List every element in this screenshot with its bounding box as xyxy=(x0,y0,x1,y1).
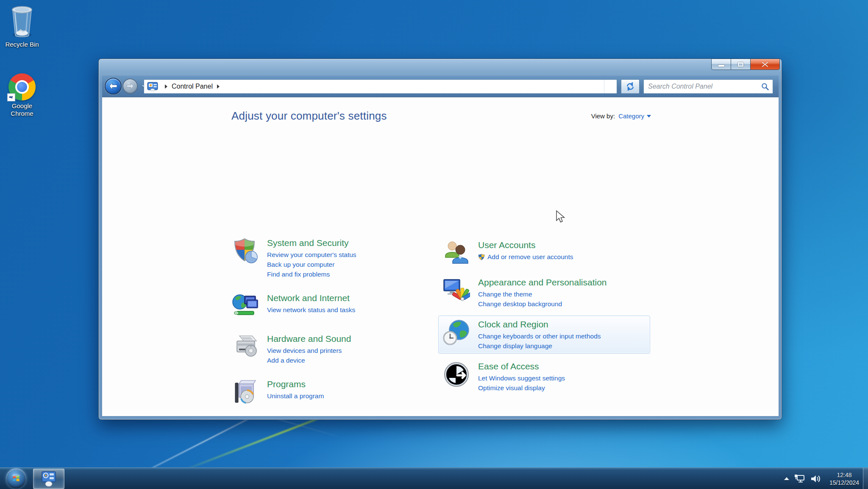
categories-left-column: System and SecurityReview your computer'… xyxy=(227,234,422,409)
view-by-value[interactable]: Category xyxy=(618,112,644,120)
search-input[interactable] xyxy=(644,80,761,93)
task-link-view-devices-and-printers[interactable]: View devices and printers xyxy=(267,346,351,355)
task-link-find-and-fix-problems[interactable]: Find and fix problems xyxy=(267,269,356,279)
hardware-sound-icon[interactable] xyxy=(232,333,259,360)
category-title-user-accounts[interactable]: User Accounts xyxy=(478,240,573,251)
close-button[interactable] xyxy=(750,59,780,70)
minimize-button[interactable] xyxy=(711,59,731,70)
system-tray: 12:48 15/12/2024 xyxy=(784,468,862,489)
category-title-system-and-security[interactable]: System and Security xyxy=(267,238,356,249)
task-link-review-your-computer-s-status[interactable]: Review your computer's status xyxy=(267,250,356,260)
uac-shield-icon xyxy=(478,254,485,260)
view-by-caret-icon[interactable] xyxy=(647,115,651,117)
shortcut-arrow-icon xyxy=(7,93,15,101)
category-network-and-internet: Network and InternetView network status … xyxy=(227,289,422,323)
task-link-optimize-visual-display[interactable]: Optimize visual display xyxy=(478,383,565,393)
desktop-icon-label: Google Chrome xyxy=(0,102,44,117)
breadcrumb-item[interactable]: Control Panel xyxy=(172,83,213,90)
refresh-icon xyxy=(626,82,635,91)
taskbar-control-panel-button[interactable] xyxy=(33,469,64,489)
control-panel-window: Control Panel xyxy=(98,59,782,420)
category-title-hardware-and-sound[interactable]: Hardware and Sound xyxy=(267,333,351,344)
close-icon xyxy=(762,61,768,67)
back-button[interactable] xyxy=(105,78,122,95)
category-appearance-and-personalisation: Appearance and PersonalisationChange the… xyxy=(438,274,650,312)
forward-button[interactable] xyxy=(122,78,138,94)
task-link-view-network-status-and-tasks[interactable]: View network status and tasks xyxy=(267,305,355,315)
task-link-let-windows-suggest-settings[interactable]: Let Windows suggest settings xyxy=(478,373,565,383)
maximize-icon xyxy=(738,62,743,67)
show-desktop-button[interactable] xyxy=(863,468,868,489)
content-header: Adjust your computer's settings View by:… xyxy=(231,109,651,123)
maximize-button[interactable] xyxy=(731,59,750,70)
taskbar-clock[interactable]: 12:48 15/12/2024 xyxy=(826,471,862,486)
category-title-programs[interactable]: Programs xyxy=(267,379,324,390)
category-title-appearance-and-personalisation[interactable]: Appearance and Personalisation xyxy=(478,277,607,288)
refresh-button[interactable] xyxy=(621,79,640,94)
back-arrow-icon xyxy=(108,82,118,90)
ease-of-access-icon[interactable] xyxy=(443,361,470,388)
appearance-icon[interactable] xyxy=(443,277,470,304)
forward-arrow-icon xyxy=(126,83,134,89)
category-title-ease-of-access[interactable]: Ease of Access xyxy=(478,361,565,372)
page-title: Adjust your computer's settings xyxy=(231,109,387,123)
show-hidden-icons-button[interactable] xyxy=(784,477,789,480)
category-system-and-security: System and SecurityReview your computer'… xyxy=(227,234,422,282)
control-panel-icon xyxy=(147,82,158,91)
desktop: Recycle Bin Google Chrome xyxy=(0,0,868,489)
view-by-control: View by: Category xyxy=(591,112,651,120)
category-programs: ProgramsUninstall a program xyxy=(227,375,422,409)
search-box xyxy=(643,79,773,94)
breadcrumb-arrow-icon[interactable] xyxy=(165,84,167,89)
windows-logo-icon xyxy=(10,472,22,485)
navigation-bar: Control Panel xyxy=(102,75,779,97)
clock-time: 12:48 xyxy=(826,471,862,479)
task-link-change-the-theme[interactable]: Change the theme xyxy=(478,289,607,299)
programs-icon[interactable] xyxy=(232,379,259,406)
task-link-change-desktop-background[interactable]: Change desktop background xyxy=(478,299,607,309)
address-bar[interactable]: Control Panel xyxy=(144,79,617,94)
category-hardware-and-sound: Hardware and SoundView devices and print… xyxy=(227,330,422,368)
network-internet-icon[interactable] xyxy=(232,293,259,320)
system-security-icon[interactable] xyxy=(232,238,259,265)
chrome-icon xyxy=(0,66,44,101)
recycle-bin-icon xyxy=(0,4,44,39)
desktop-icon-google-chrome[interactable]: Google Chrome xyxy=(0,66,44,117)
minimize-icon xyxy=(718,65,724,67)
category-clock-and-region: Clock and RegionChange keyboards or othe… xyxy=(438,316,650,354)
category-title-clock-and-region[interactable]: Clock and Region xyxy=(478,319,601,330)
desktop-icon-label: Recycle Bin xyxy=(0,41,44,48)
network-icon[interactable] xyxy=(794,474,805,484)
task-link-add-or-remove-user-accounts[interactable]: Add or remove user accounts xyxy=(478,252,573,262)
desktop-icon-recycle-bin[interactable]: Recycle Bin xyxy=(0,4,44,48)
search-icon[interactable] xyxy=(761,83,769,90)
control-panel-taskbar-icon xyxy=(40,470,58,487)
category-title-network-and-internet[interactable]: Network and Internet xyxy=(267,293,355,304)
view-by-label: View by: xyxy=(591,112,615,120)
taskbar: 12:48 15/12/2024 xyxy=(0,467,868,489)
address-dropdown-button[interactable] xyxy=(604,80,617,93)
mouse-cursor xyxy=(556,210,567,223)
start-button[interactable] xyxy=(6,468,26,489)
control-panel-content: Adjust your computer's settings View by:… xyxy=(102,97,779,416)
category-ease-of-access: Ease of AccessLet Windows suggest settin… xyxy=(438,358,650,396)
categories-right-column: User Accounts Add or remove user account… xyxy=(438,236,650,396)
task-link-change-display-language[interactable]: Change display language xyxy=(478,341,601,351)
user-accounts-icon[interactable] xyxy=(443,240,470,267)
category-user-accounts: User Accounts Add or remove user account… xyxy=(438,236,650,270)
task-link-add-a-device[interactable]: Add a device xyxy=(267,355,351,365)
volume-icon[interactable] xyxy=(810,474,821,484)
clock-date: 15/12/2024 xyxy=(826,479,862,486)
task-link-uninstall-a-program[interactable]: Uninstall a program xyxy=(267,391,324,401)
breadcrumb-arrow-icon[interactable] xyxy=(217,84,220,89)
task-link-back-up-your-computer[interactable]: Back up your computer xyxy=(267,260,356,269)
task-link-change-keyboards-or-other-input-methods[interactable]: Change keyboards or other input methods xyxy=(478,331,601,341)
clock-region-icon[interactable] xyxy=(443,319,470,346)
window-controls xyxy=(711,59,780,70)
